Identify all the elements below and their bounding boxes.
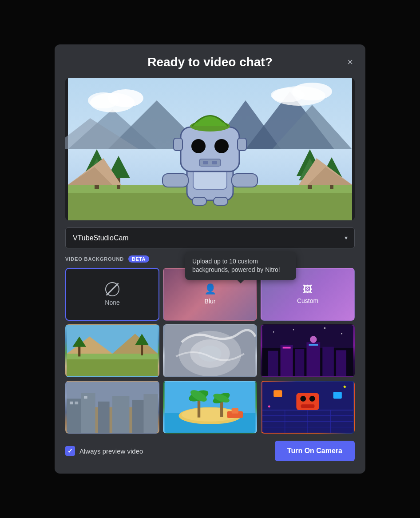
svg-rect-94 [232,408,238,414]
preview-checkbox-label[interactable]: ✓ Always preview video [65,446,143,456]
scene4-svg [66,382,158,433]
svg-point-28 [191,139,206,153]
scene6-svg: ★ ◆ [262,382,354,433]
svg-rect-62 [306,342,320,376]
svg-rect-66 [309,344,318,346]
preview-checkbox[interactable]: ✓ [65,446,75,456]
svg-rect-60 [281,345,293,376]
video-preview [65,78,355,220]
svg-rect-75 [81,393,95,433]
modal-overlay: Ready to video chat? × [0,0,420,518]
svg-point-43 [271,88,305,102]
svg-rect-59 [268,351,278,377]
modal-header: Ready to video chat? × [65,55,355,69]
turn-on-camera-button[interactable]: Turn On Camera [275,441,355,461]
svg-rect-81 [75,402,78,404]
video-chat-modal: Ready to video chat? × [55,44,365,474]
section-label-row: VIDEO BACKGROUND BETA Upload up to 10 cu… [65,255,355,263]
blur-icon: 👤 [204,283,216,295]
beta-badge: BETA [128,255,149,263]
svg-rect-30 [199,159,221,166]
custom-add-icon: 🖼 [303,284,313,295]
svg-rect-48 [67,359,158,376]
bg-option-scene1[interactable] [65,324,159,377]
tooltip-nitro: Upload up to 10 custom backgrounds, powe… [185,252,296,280]
svg-point-70 [341,333,343,335]
bg-none-label: None [105,299,119,306]
bg-option-scene4[interactable] [65,381,159,434]
svg-rect-27 [238,138,246,151]
bg-blur-label: Blur [205,298,216,305]
bg-option-scene5[interactable] [163,381,257,434]
svg-rect-63 [322,347,334,377]
svg-point-40 [88,92,119,108]
svg-point-105 [309,396,315,402]
svg-rect-35 [232,174,258,187]
svg-rect-106 [301,404,315,408]
scene1-svg [66,325,158,376]
scene2-svg [164,325,256,376]
no-icon [105,282,119,296]
svg-rect-82 [84,396,87,398]
svg-point-67 [310,336,317,343]
svg-rect-76 [98,402,110,433]
svg-rect-32 [212,161,217,164]
avatar-scene-svg [65,78,355,220]
close-button[interactable]: × [345,56,355,69]
svg-rect-26 [174,138,182,151]
svg-point-68 [273,331,274,333]
video-background-section: VIDEO BACKGROUND BETA Upload up to 10 cu… [65,255,355,434]
svg-rect-77 [112,396,129,433]
svg-rect-79 [143,394,158,433]
svg-point-104 [300,396,306,402]
svg-point-69 [293,329,294,331]
background-grid: None 👤 Blur 🖼 Custom [65,268,355,434]
svg-rect-31 [203,161,208,164]
bg-option-none[interactable]: None [65,268,159,321]
scene5-svg [164,382,256,433]
camera-select[interactable]: VTubeStudioCam Default Camera OBS Virtua… [65,227,355,248]
svg-rect-108 [333,392,342,398]
svg-point-71 [324,327,325,329]
modal-footer: ✓ Always preview video Turn On Camera [65,441,355,461]
scene3-svg [262,325,354,376]
camera-select-wrapper: VTubeStudioCam Default Camera OBS Virtua… [65,227,355,248]
svg-rect-64 [336,350,346,376]
svg-rect-34 [162,174,188,187]
svg-rect-107 [273,390,282,397]
bg-custom-label: Custom [297,297,318,304]
modal-title: Ready to video chat? [147,55,273,69]
bg-option-scene3[interactable] [261,324,355,377]
svg-text:★: ★ [343,384,347,389]
svg-text:◆: ◆ [268,404,271,408]
section-label: VIDEO BACKGROUND [65,256,124,262]
preview-label-text: Always preview video [79,447,143,455]
svg-rect-65 [283,347,291,349]
svg-rect-36 [192,197,206,205]
svg-rect-37 [214,197,228,205]
bg-option-scene6[interactable]: ★ ◆ [261,381,355,434]
svg-rect-61 [295,349,304,376]
bg-option-scene2[interactable] [163,324,257,377]
svg-rect-80 [70,402,73,404]
svg-point-29 [214,139,229,153]
checkmark-icon: ✓ [67,448,73,454]
